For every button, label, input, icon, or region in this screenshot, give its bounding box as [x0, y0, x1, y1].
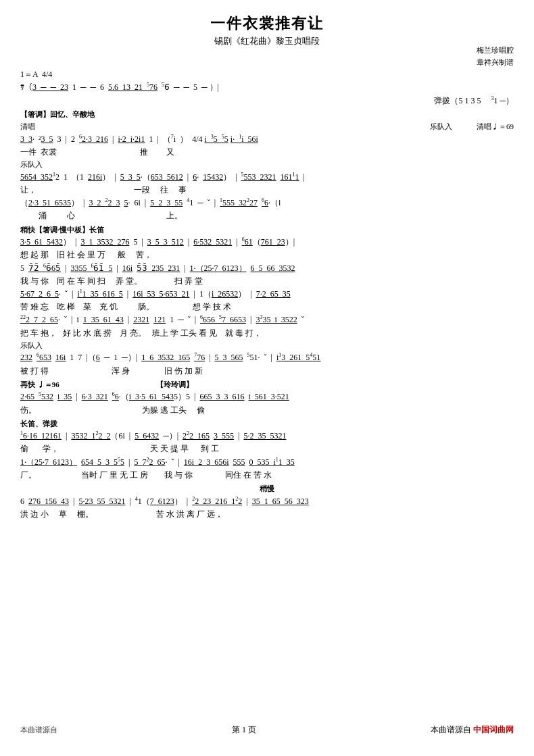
footer-page-number: 第 1 页 — [232, 724, 256, 736]
notation-line-5: 3·5 61 5432） | 3 1 3532 276 5 | 3 5 3 51… — [20, 236, 514, 249]
main-title: 一件衣裳推有让 — [20, 14, 514, 34]
notation-line-3: 5654 35212 1 （1 216i） | 5 3 5·（653 5612 … — [20, 171, 514, 184]
notation-line-2: 3 3· ²3 5 3 | 2 62·3 216 | i·2 i·2i1 1 |… — [20, 133, 514, 146]
footer-source-text: 本曲谱源自 — [20, 726, 57, 734]
tempo-line: 1＝A 4/4 — [20, 68, 514, 81]
notation-line-6: 5 7̄2̄ 66̄65̄ | 3355 66̄1̄ 5 | 16i 5̄3̄ … — [20, 262, 514, 275]
annotation-shaoman: 稍慢 — [20, 483, 514, 495]
label-row-1: 清唱 乐队入 清唱♩＝69 — [20, 121, 514, 133]
annotation-jianyan: 【箸调】回忆、辛酸地 — [20, 109, 514, 121]
notation-line-8: 222 7 2 65· ˇ | i 1 35 61 43 | 2321 121 … — [20, 313, 514, 326]
notation-line-11: 16·16 12161 | 3532 122 2（6i | 5 6432 ─）|… — [20, 430, 514, 443]
lyrics-line-3: 让， 一段 往 事 — [20, 184, 514, 197]
annotation-changdi: 长笛、弹拨 — [20, 418, 514, 430]
annotation-shaokuai: 稍快【箸调·慢中板】长笛 — [20, 224, 514, 236]
lyrics-line-2: 一件 衣裳 推 又 — [20, 146, 514, 159]
footer-left: 本曲谱源自 — [20, 725, 57, 735]
attribution-line1: 梅兰珍唱腔 — [477, 46, 514, 54]
notation-line-9: 232 6653 16i 1 7 |（6 ─ 1 ─）| 1 6 3532 16… — [20, 351, 514, 364]
lyrics-line-8: 把 车 抱， 好 比 水 底 捞 月 亮。 班上 学 工头 看 见 就 毒 打， — [20, 327, 514, 340]
notation-line-4: （2·3 51 6535） | 3 2 22 3 5· 6i | 5 2 3 5… — [20, 197, 514, 209]
label-yuedui-2: 乐队入 — [20, 159, 514, 171]
attribution: 梅兰珍唱腔 章祥兴制谱 — [20, 45, 514, 68]
title-section: 一件衣裳推有让 锡剧《红花曲》黎玉贞唱段 — [20, 14, 514, 47]
lyrics-line-12: 厂。 当时 厂 里 无 工 房 我 与 你 同住 在 苦 水 — [20, 469, 514, 482]
notation-line-1: ｻ（3 ─ ─ 23 1 ─ ─ 6 5.6 13 21 576 56̄ ─ ─… — [20, 81, 514, 94]
footer-right: 本曲谱源自 中国词曲网 — [431, 724, 514, 736]
notation-line-13: 6 276 156 43 | 5·23 55 5321 | 41（7 6123）… — [20, 495, 514, 508]
notation-line-7: 5·67 2 6 5· ˇ | i11 35 616 5 | 16i 53 5·… — [20, 288, 514, 301]
page-container: 一件衣裳推有让 锡剧《红花曲》黎玉贞唱段 梅兰珍唱腔 章祥兴制谱 1＝A 4/4… — [0, 0, 534, 756]
lyrics-line-7: 苦 难 忘 吃 榉 菜 充 饥 肠。 想 学 技 术 — [20, 301, 514, 313]
annotation-zaiku: 再快 ♩＝96 【玲玲调】 — [20, 379, 514, 391]
tanbo-annotation: 弹拨（5 1 3 5 31 ─） — [20, 95, 514, 107]
lyrics-line-11: 偷 学， 天 天 提 早 到 工 — [20, 443, 514, 455]
footer-site: 中国词曲网 — [473, 725, 514, 734]
lyrics-line-4: 涌 心 上。 — [20, 209, 514, 222]
notation-line-10: 2·65 5532 i 35 | 6·3 321 66·（i 3·5 61 54… — [20, 390, 514, 403]
lyrics-line-10: 伤。 为躲 逃 工头 偷 — [20, 404, 514, 417]
score-block: 1＝A 4/4 ｻ（3 ─ ─ 23 1 ─ ─ 6 5.6 13 21 576… — [20, 68, 514, 521]
lyrics-line-6: 我 与 你 同 在 车 间 扫 弄 堂。 扫 弄 堂 — [20, 275, 514, 288]
lyrics-line-9: 被 打 得 浑 身 旧 伤 加 新 — [20, 365, 514, 378]
label-yuedui-3: 乐队入 — [20, 340, 514, 352]
lyrics-line-13: 洪 边 小 草 棚。 苦 水 洪 离 厂 远， — [20, 508, 514, 521]
attribution-line2: 章祥兴制谱 — [477, 58, 514, 66]
lyrics-line-5: 想 起 那 旧 社 会 里 万 般 苦， — [20, 249, 514, 261]
notation-line-12: 1·（25·7 6123） 654 5 3 555 | 5 722 65· ˇ … — [20, 456, 514, 469]
footer-section: 本曲谱源自 第 1 页 本曲谱源自 中国词曲网 — [20, 724, 514, 736]
